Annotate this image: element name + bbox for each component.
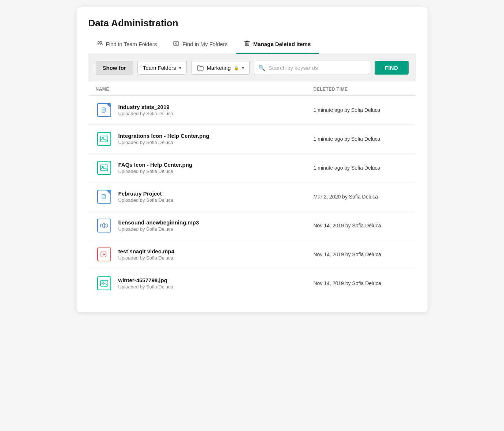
tab-find-my-label: Find in My Folders bbox=[182, 41, 227, 47]
folder-type-dropdown[interactable]: Team Folders ▾ bbox=[137, 61, 187, 75]
file-uploader: Uploaded by Sofia Deluca bbox=[118, 111, 314, 116]
svg-rect-13 bbox=[101, 224, 102, 227]
svg-rect-9 bbox=[101, 165, 108, 171]
file-name: test snagit video.mp4 bbox=[118, 248, 314, 254]
table-row[interactable]: bensound-anewbeginning.mp3 Uploaded by S… bbox=[88, 211, 416, 240]
table-header: NAME DELETED TIME bbox=[88, 82, 416, 96]
file-uploader: Uploaded by Sofia Deluca bbox=[118, 226, 314, 232]
doc-icon bbox=[97, 103, 111, 117]
tab-find-team-folders[interactable]: Find in Team Folders bbox=[88, 36, 165, 54]
audio-icon bbox=[97, 219, 111, 232]
search-wrapper: 🔍 bbox=[254, 61, 370, 75]
svg-point-3 bbox=[175, 43, 177, 44]
tab-manage-deleted[interactable]: Manage Deleted Items bbox=[236, 36, 319, 54]
table-row[interactable]: winter-4557798.jpg Uploaded by Sofia Del… bbox=[88, 269, 416, 298]
deleted-time: Nov 14, 2019 by Sofia Deluca bbox=[314, 280, 409, 286]
image-icon bbox=[97, 161, 111, 175]
svg-rect-2 bbox=[174, 42, 179, 45]
svg-rect-16 bbox=[101, 280, 108, 286]
lock-icon: 🔒 bbox=[234, 65, 239, 71]
file-info: FAQs Icon - Help Center.png Uploaded by … bbox=[118, 162, 314, 174]
file-uploader: Uploaded by Sofia Deluca bbox=[118, 197, 314, 203]
file-uploader: Uploaded by Sofia Deluca bbox=[118, 169, 314, 174]
trash-icon bbox=[244, 40, 250, 48]
file-info: Industry stats_2019 Uploaded by Sofia De… bbox=[118, 104, 314, 116]
chevron-down-icon-2: ▾ bbox=[242, 65, 244, 71]
show-for-label: Show for bbox=[96, 61, 133, 75]
doc-icon bbox=[97, 190, 111, 204]
deleted-time: Nov 14, 2019 by Sofia Deluca bbox=[314, 252, 409, 257]
deleted-time: 1 minute ago by Sofia Deluca bbox=[314, 107, 409, 113]
image-icon bbox=[97, 132, 111, 146]
svg-marker-15 bbox=[103, 253, 106, 256]
page-title: Data Administration bbox=[88, 18, 416, 29]
video-icon bbox=[97, 247, 111, 261]
file-uploader: Uploaded by Sofia Deluca bbox=[118, 140, 314, 145]
find-button[interactable]: FIND bbox=[375, 61, 409, 75]
file-uploader: Uploaded by Sofia Deluca bbox=[118, 255, 314, 261]
table-row[interactable]: test snagit video.mp4 Uploaded by Sofia … bbox=[88, 240, 416, 269]
file-name: Integrations Icon - Help Center.png bbox=[118, 133, 314, 139]
file-name: winter-4557798.jpg bbox=[118, 277, 314, 283]
table-row[interactable]: February Project Uploaded by Sofia Deluc… bbox=[88, 182, 416, 211]
deleted-time: 1 minute ago by Sofia Deluca bbox=[314, 165, 409, 171]
file-name: Industry stats_2019 bbox=[118, 104, 314, 110]
file-info: bensound-anewbeginning.mp3 Uploaded by S… bbox=[118, 219, 314, 232]
file-info: Integrations Icon - Help Center.png Uplo… bbox=[118, 133, 314, 145]
deleted-time: Nov 14, 2019 by Sofia Deluca bbox=[314, 223, 409, 228]
my-folders-icon bbox=[173, 40, 179, 48]
folder-name-dropdown[interactable]: Marketing 🔒 ▾ bbox=[191, 61, 250, 75]
file-name: February Project bbox=[118, 190, 314, 197]
table-row[interactable]: Integrations Icon - Help Center.png Uplo… bbox=[88, 125, 416, 154]
file-info: winter-4557798.jpg Uploaded by Sofia Del… bbox=[118, 277, 314, 290]
tab-find-team-label: Find in Team Folders bbox=[106, 41, 157, 47]
svg-rect-4 bbox=[245, 42, 249, 46]
image-icon bbox=[97, 276, 111, 290]
chevron-down-icon: ▾ bbox=[179, 65, 181, 71]
table-row[interactable]: Industry stats_2019 Uploaded by Sofia De… bbox=[88, 96, 416, 125]
toolbar: Show for Team Folders ▾ Marketing 🔒 ▾ 🔍 … bbox=[88, 54, 416, 82]
deleted-time: 1 minute ago by Sofia Deluca bbox=[314, 136, 409, 142]
file-info: test snagit video.mp4 Uploaded by Sofia … bbox=[118, 248, 314, 261]
file-name: FAQs Icon - Help Center.png bbox=[118, 162, 314, 168]
file-list: Industry stats_2019 Uploaded by Sofia De… bbox=[88, 96, 416, 298]
col-deleted-header: DELETED TIME bbox=[314, 87, 409, 92]
file-name: bensound-anewbeginning.mp3 bbox=[118, 219, 314, 226]
tab-manage-deleted-label: Manage Deleted Items bbox=[253, 41, 311, 47]
svg-point-1 bbox=[100, 42, 102, 44]
tab-find-my-folders[interactable]: Find in My Folders bbox=[165, 36, 235, 54]
table-row[interactable]: FAQs Icon - Help Center.png Uploaded by … bbox=[88, 154, 416, 182]
col-name-header: NAME bbox=[96, 87, 314, 92]
deleted-time: Mar 2, 2020 by Sofia Deluca bbox=[314, 194, 409, 200]
file-uploader: Uploaded by Sofia Deluca bbox=[118, 284, 314, 290]
folder-type-label: Team Folders bbox=[143, 65, 176, 71]
svg-rect-7 bbox=[101, 136, 108, 142]
folder-name-label: Marketing bbox=[207, 65, 231, 71]
search-input[interactable] bbox=[254, 61, 370, 75]
team-folders-icon bbox=[96, 40, 103, 48]
tab-bar: Find in Team Folders Find in My Folders bbox=[88, 36, 416, 54]
svg-point-0 bbox=[98, 42, 99, 44]
file-info: February Project Uploaded by Sofia Deluc… bbox=[118, 190, 314, 203]
main-card: Data Administration Find in Team Folders bbox=[77, 7, 428, 312]
folder-icon bbox=[197, 65, 204, 71]
